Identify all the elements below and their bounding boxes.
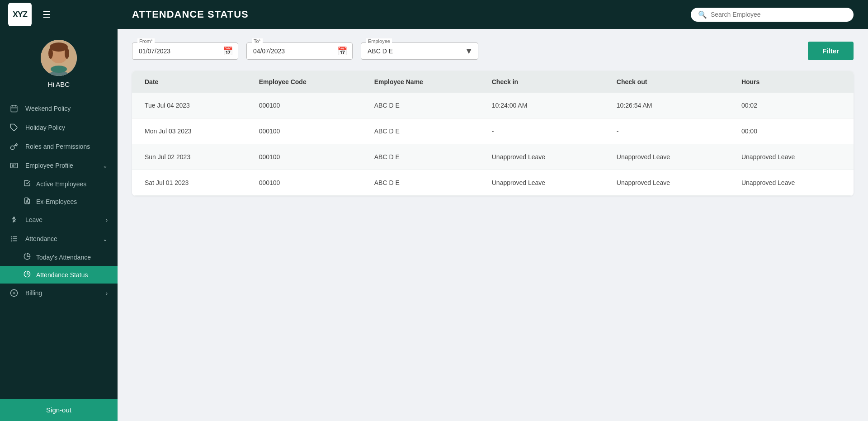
svg-rect-7 xyxy=(11,106,17,112)
sidebar-item-ex-employees[interactable]: Ex-Employees xyxy=(0,193,118,210)
to-date-input[interactable] xyxy=(246,43,353,60)
cell-5: Unapproved Leave xyxy=(729,170,854,196)
sidebar-item-leave[interactable]: Leave › xyxy=(0,210,118,229)
sidebar-item-label: Attendance Status xyxy=(36,271,88,279)
sidebar-item-label: Holiday Policy xyxy=(25,124,108,131)
check-square-icon xyxy=(24,180,31,188)
cell-4: 10:26:54 AM xyxy=(604,93,729,118)
sidebar-item-attendance[interactable]: Attendance ⌄ xyxy=(0,229,118,248)
search-icon: 🔍 xyxy=(698,10,707,19)
calendar-icon xyxy=(10,104,20,113)
table-row: Sat Jul 01 2023000100ABC D EUnapproved L… xyxy=(132,170,854,196)
person-card-icon xyxy=(10,161,20,170)
from-date-input[interactable] xyxy=(132,43,238,60)
col-check-in: Check in xyxy=(479,71,604,93)
attendance-table-container: Date Employee Code Employee Name Check i… xyxy=(132,71,854,196)
cell-1: 000100 xyxy=(246,170,362,196)
table-row: Sun Jul 02 2023000100ABC D EUnapproved L… xyxy=(132,144,854,170)
sidebar-item-label: Ex-Employees xyxy=(36,198,77,205)
col-hours: Hours xyxy=(729,71,854,93)
logo: XYZ xyxy=(8,3,32,26)
svg-point-5 xyxy=(65,48,69,59)
walk-icon xyxy=(10,216,20,224)
cell-0: Sun Jul 02 2023 xyxy=(132,144,246,170)
svg-point-16 xyxy=(14,217,14,218)
col-date: Date xyxy=(132,71,246,93)
signout-button[interactable]: Sign-out xyxy=(0,399,118,421)
cell-0: Sat Jul 01 2023 xyxy=(132,170,246,196)
cell-1: 000100 xyxy=(246,93,362,118)
table-header-row: Date Employee Code Employee Name Check i… xyxy=(132,71,854,93)
user-greeting: Hi ABC xyxy=(48,80,70,88)
col-employee-code: Employee Code xyxy=(246,71,362,93)
col-employee-name: Employee Name xyxy=(362,71,479,93)
chevron-right-icon: › xyxy=(106,217,108,223)
sidebar-item-label: Employee Profile xyxy=(25,162,97,169)
cell-4: Unapproved Leave xyxy=(604,144,729,170)
sidebar-nav: Weekend Policy Holiday Policy Roles and … xyxy=(0,95,118,399)
from-field-group: From* 📅 xyxy=(132,43,238,60)
cell-4: - xyxy=(604,118,729,144)
cell-0: Mon Jul 03 2023 xyxy=(132,118,246,144)
employee-select[interactable]: ABC D E xyxy=(361,43,478,60)
sidebar-item-weekend-policy[interactable]: Weekend Policy xyxy=(0,99,118,118)
cell-2: ABC D E xyxy=(362,170,479,196)
cell-2: ABC D E xyxy=(362,118,479,144)
sidebar-item-active-employees[interactable]: Active Employees xyxy=(0,175,118,193)
sidebar: XYZ ☰ Hi ABC xyxy=(0,0,118,421)
search-box: 🔍 xyxy=(691,8,854,22)
from-label: From* xyxy=(137,38,155,44)
sidebar-item-holiday-policy[interactable]: Holiday Policy xyxy=(0,118,118,137)
svg-point-15 xyxy=(27,200,28,202)
svg-point-6 xyxy=(51,66,67,73)
key-icon xyxy=(10,142,20,151)
chevron-right-icon: › xyxy=(106,290,108,297)
tag-icon xyxy=(10,123,20,132)
avatar xyxy=(41,40,77,76)
sidebar-item-billing[interactable]: Billing › xyxy=(0,284,118,303)
pie-chart2-icon xyxy=(24,270,31,279)
chevron-down-icon: ⌄ xyxy=(103,162,108,169)
sidebar-item-employee-profile[interactable]: Employee Profile ⌄ xyxy=(0,156,118,175)
cell-2: ABC D E xyxy=(362,144,479,170)
cell-5: Unapproved Leave xyxy=(729,144,854,170)
topbar: ATTENDANCE STATUS 🔍 xyxy=(118,0,868,29)
attendance-table: Date Employee Code Employee Name Check i… xyxy=(132,71,854,196)
cell-1: 000100 xyxy=(246,118,362,144)
svg-point-4 xyxy=(48,48,53,59)
cell-5: 00:00 xyxy=(729,118,854,144)
table-row: Mon Jul 03 2023000100ABC D E--00:00 xyxy=(132,118,854,144)
to-label: To* xyxy=(252,38,263,44)
svg-point-12 xyxy=(11,146,14,150)
sidebar-item-label: Roles and Permissions xyxy=(25,143,108,150)
cell-3: Unapproved Leave xyxy=(479,144,604,170)
sidebar-item-attendance-status[interactable]: Attendance Status xyxy=(0,266,118,284)
sidebar-item-label: Weekend Policy xyxy=(25,105,108,112)
hamburger-icon[interactable]: ☰ xyxy=(42,9,51,20)
list-check-icon xyxy=(10,235,20,243)
content-area: From* 📅 To* 📅 Employee ABC D E ▼ Filter xyxy=(118,29,868,421)
pie-chart-icon xyxy=(24,253,31,261)
sidebar-header: XYZ ☰ xyxy=(0,0,118,29)
dollar-icon xyxy=(10,289,20,297)
cell-4: Unapproved Leave xyxy=(604,170,729,196)
cell-5: 00:02 xyxy=(729,93,854,118)
employee-label: Employee xyxy=(366,38,392,44)
sidebar-item-todays-attendance[interactable]: Today's Attendance xyxy=(0,248,118,266)
col-check-out: Check out xyxy=(604,71,729,93)
sidebar-item-label: Leave xyxy=(25,216,100,223)
filter-button[interactable]: Filter xyxy=(808,42,854,60)
cell-3: - xyxy=(479,118,604,144)
cell-1: 000100 xyxy=(246,144,362,170)
file-person-icon xyxy=(24,197,31,206)
employee-field-group: Employee ABC D E ▼ xyxy=(361,43,478,60)
to-field-group: To* 📅 xyxy=(246,43,353,60)
chevron-down-icon: ⌄ xyxy=(103,236,108,242)
page-title: ATTENDANCE STATUS xyxy=(132,9,680,20)
sidebar-item-roles-permissions[interactable]: Roles and Permissions xyxy=(0,137,118,156)
main-content: ATTENDANCE STATUS 🔍 From* 📅 To* 📅 Emplo xyxy=(118,0,868,421)
table-row: Tue Jul 04 2023000100ABC D E10:24:00 AM1… xyxy=(132,93,854,118)
cell-0: Tue Jul 04 2023 xyxy=(132,93,246,118)
cell-3: Unapproved Leave xyxy=(479,170,604,196)
search-input[interactable] xyxy=(711,11,846,18)
